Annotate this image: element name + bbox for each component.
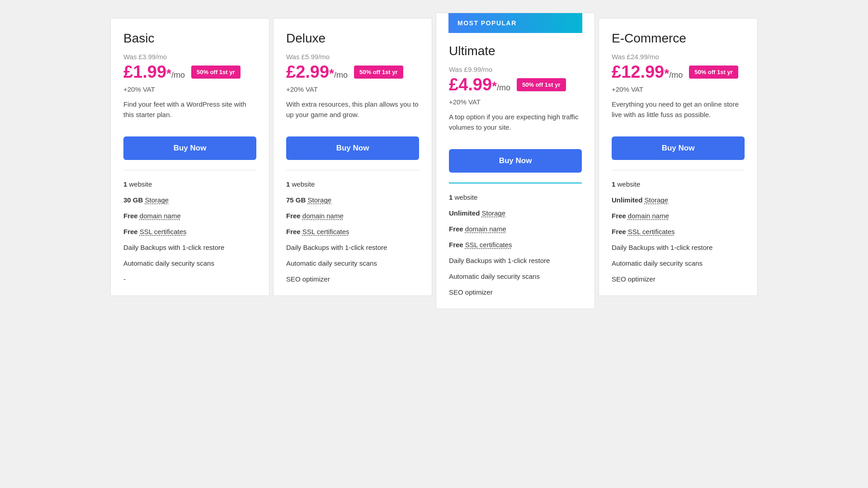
feature-item: 1 website xyxy=(449,193,582,201)
feature-item: 30 GB Storage xyxy=(123,196,256,204)
was-price-deluxe: Was £5.99/mo xyxy=(286,53,419,61)
feature-item: SEO optimizer xyxy=(286,275,419,283)
feature-item: Free SSL certificates xyxy=(286,228,419,235)
was-price-ecommerce: Was £24.99/mo xyxy=(612,53,745,61)
feature-item: Free SSL certificates xyxy=(612,228,745,235)
feature-item: Free SSL certificates xyxy=(123,228,256,235)
feature-item: Automatic daily security scans xyxy=(449,272,582,280)
feature-item: Free domain name xyxy=(123,212,256,220)
buy-button-ultimate[interactable]: Buy Now xyxy=(449,149,582,173)
buy-button-ecommerce[interactable]: Buy Now xyxy=(612,136,745,160)
plan-card-ecommerce: E-CommerceWas £24.99/mo £12.99*/mo 50% o… xyxy=(599,18,758,296)
divider-basic xyxy=(123,170,256,170)
feature-item: SEO optimizer xyxy=(612,275,745,283)
plan-name-ultimate: Ultimate xyxy=(449,44,582,58)
plan-name-basic: Basic xyxy=(123,31,256,46)
feature-item: Unlimited Storage xyxy=(449,209,582,217)
price-row-ecommerce: £12.99*/mo 50% off 1st yr xyxy=(612,62,745,82)
discount-badge-basic: 50% off 1st yr xyxy=(191,66,241,79)
plans-container: BasicWas £3.99/mo £1.99*/mo 50% off 1st … xyxy=(108,18,760,309)
feature-item: Free SSL certificates xyxy=(449,241,582,249)
feature-item: 1 website xyxy=(123,180,256,188)
price-row-ultimate: £4.99*/mo 50% off 1st yr xyxy=(449,75,582,94)
discount-badge-ultimate: 50% off 1st yr xyxy=(517,78,566,91)
most-popular-banner: MOST POPULAR xyxy=(448,13,582,33)
feature-item: Daily Backups with 1-click restore xyxy=(123,244,256,251)
vat-text-deluxe: +20% VAT xyxy=(286,85,419,93)
features-list-basic: 1 website30 GB StorageFree domain nameFr… xyxy=(123,180,256,283)
plan-description-ecommerce: Everything you need to get an online sto… xyxy=(612,99,745,127)
features-list-ultimate: 1 websiteUnlimited StorageFree domain na… xyxy=(449,193,582,296)
buy-button-deluxe[interactable]: Buy Now xyxy=(286,136,419,160)
feature-item: SEO optimizer xyxy=(449,288,582,296)
plan-description-ultimate: A top option if you are expecting high t… xyxy=(449,112,582,139)
feature-item: Daily Backups with 1-click restore xyxy=(286,244,419,251)
plan-card-deluxe: DeluxeWas £5.99/mo £2.99*/mo 50% off 1st… xyxy=(273,18,432,296)
divider-ecommerce xyxy=(612,170,745,170)
discount-badge-deluxe: 50% off 1st yr xyxy=(354,66,403,79)
buy-button-basic[interactable]: Buy Now xyxy=(123,136,256,160)
plan-card-ultimate: MOST POPULARUltimateWas £9.99/mo £4.99*/… xyxy=(436,13,595,309)
divider-ultimate xyxy=(449,183,582,183)
feature-item: Automatic daily security scans xyxy=(286,259,419,267)
vat-text-ecommerce: +20% VAT xyxy=(612,85,745,93)
feature-item: Unlimited Storage xyxy=(612,196,745,204)
feature-item: Daily Backups with 1-click restore xyxy=(612,244,745,251)
current-price-basic: £1.99*/mo xyxy=(123,62,185,82)
features-list-deluxe: 1 website75 GB StorageFree domain nameFr… xyxy=(286,180,419,283)
was-price-ultimate: Was £9.99/mo xyxy=(449,66,582,73)
price-row-deluxe: £2.99*/mo 50% off 1st yr xyxy=(286,62,419,82)
was-price-basic: Was £3.99/mo xyxy=(123,53,256,61)
feature-item: 1 website xyxy=(612,180,745,188)
features-list-ecommerce: 1 websiteUnlimited StorageFree domain na… xyxy=(612,180,745,283)
feature-item: 1 website xyxy=(286,180,419,188)
pricing-wrapper: BasicWas £3.99/mo £1.99*/mo 50% off 1st … xyxy=(108,18,760,309)
current-price-ecommerce: £12.99*/mo xyxy=(612,62,683,82)
vat-text-ultimate: +20% VAT xyxy=(449,98,582,106)
current-price-deluxe: £2.99*/mo xyxy=(286,62,348,82)
plan-description-basic: Find your feet with a WordPress site wit… xyxy=(123,99,256,127)
discount-badge-ecommerce: 50% off 1st yr xyxy=(689,66,738,79)
feature-item: Free domain name xyxy=(286,212,419,220)
feature-item: Automatic daily security scans xyxy=(612,259,745,267)
feature-item: 75 GB Storage xyxy=(286,196,419,204)
current-price-ultimate: £4.99*/mo xyxy=(449,75,510,94)
plan-name-ecommerce: E-Commerce xyxy=(612,31,745,46)
plan-card-basic: BasicWas £3.99/mo £1.99*/mo 50% off 1st … xyxy=(110,18,269,296)
plan-name-deluxe: Deluxe xyxy=(286,31,419,46)
divider-deluxe xyxy=(286,170,419,170)
feature-item: Automatic daily security scans xyxy=(123,259,256,267)
price-row-basic: £1.99*/mo 50% off 1st yr xyxy=(123,62,256,82)
feature-item: Free domain name xyxy=(449,225,582,233)
plan-description-deluxe: With extra resources, this plan allows y… xyxy=(286,99,419,127)
feature-item: Daily Backups with 1-click restore xyxy=(449,257,582,264)
feature-item: - xyxy=(123,275,256,283)
feature-item: Free domain name xyxy=(612,212,745,220)
vat-text-basic: +20% VAT xyxy=(123,85,256,93)
